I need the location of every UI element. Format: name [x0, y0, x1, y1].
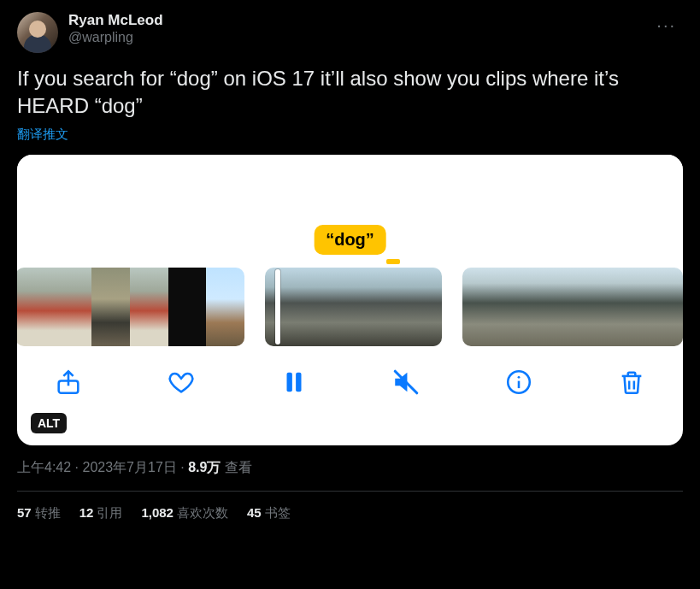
- tweet: Ryan McLeod @warpling ··· If you search …: [0, 0, 700, 521]
- clip[interactable]: [265, 268, 442, 346]
- share-icon[interactable]: [51, 365, 85, 399]
- svg-rect-2: [296, 373, 301, 392]
- tweet-text: If you search for “dog” on iOS 17 it’ll …: [17, 65, 683, 120]
- retweets[interactable]: 57转推: [17, 505, 61, 521]
- more-button[interactable]: ···: [650, 12, 683, 38]
- clip[interactable]: [17, 268, 244, 346]
- keyword-bubble: “dog”: [314, 225, 386, 255]
- tweet-header: Ryan McLeod @warpling ···: [17, 12, 683, 53]
- tweet-meta: 上午4:42 · 2023年7月17日 · 8.9万 查看: [17, 459, 683, 477]
- svg-rect-1: [286, 373, 291, 392]
- svg-point-5: [518, 376, 521, 379]
- handle: @warpling: [68, 29, 650, 46]
- timeline[interactable]: [17, 268, 683, 346]
- media-top: “dog”: [17, 155, 683, 268]
- avatar[interactable]: [17, 12, 58, 53]
- clip[interactable]: [462, 268, 683, 346]
- bookmarks[interactable]: 45书签: [247, 505, 291, 521]
- media-toolbar: [17, 346, 683, 399]
- keyword-marker: [386, 259, 400, 264]
- playhead[interactable]: [275, 269, 280, 345]
- stats-row: 57转推 12引用 1,082喜欢次数 45书签: [17, 492, 683, 521]
- info-icon[interactable]: [502, 365, 536, 399]
- time[interactable]: 上午4:42: [17, 460, 71, 474]
- author-block[interactable]: Ryan McLeod @warpling: [68, 12, 650, 46]
- mute-icon[interactable]: [389, 365, 423, 399]
- pause-icon[interactable]: [277, 365, 311, 399]
- likes[interactable]: 1,082喜欢次数: [141, 505, 228, 521]
- views-label: 查看: [225, 460, 252, 474]
- quotes[interactable]: 12引用: [79, 505, 123, 521]
- date[interactable]: 2023年7月17日: [82, 460, 176, 474]
- views-count: 8.9万: [188, 460, 221, 474]
- media-card[interactable]: “dog” ALT: [17, 155, 683, 445]
- heart-icon[interactable]: [164, 365, 198, 399]
- trash-icon[interactable]: [615, 365, 649, 399]
- display-name: Ryan McLeod: [68, 12, 650, 29]
- alt-badge[interactable]: ALT: [31, 413, 67, 433]
- translate-link[interactable]: 翻译推文: [17, 127, 683, 143]
